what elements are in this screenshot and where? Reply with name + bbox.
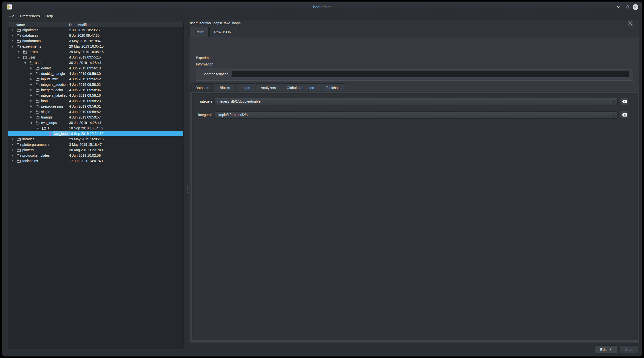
chevron-down-icon[interactable] bbox=[12, 46, 14, 48]
tree-row[interactable]: two_loops30 Jul 2019 14:28:41 bbox=[8, 120, 183, 125]
tab-toolchain[interactable]: Toolchain bbox=[321, 83, 345, 92]
close-icon[interactable] bbox=[632, 4, 638, 10]
tree-item-label: plotters bbox=[22, 147, 34, 153]
integers-combobox[interactable]: integers_db/1/double/double bbox=[214, 98, 618, 105]
tab-blocks[interactable]: Blocks bbox=[215, 83, 235, 92]
column-header-name[interactable]: Name bbox=[16, 22, 25, 27]
save-button[interactable]: Save bbox=[620, 345, 638, 353]
menu-item-preferences[interactable]: Preferences bbox=[17, 13, 42, 19]
chevron-right-icon[interactable] bbox=[12, 138, 14, 140]
chevron-right-icon[interactable] bbox=[12, 35, 14, 37]
breadcrumb: user/user/two_loops/1/two_loops bbox=[190, 20, 240, 26]
tree-row[interactable]: loop4 Jun 2019 09:58:23 bbox=[8, 98, 183, 104]
short-description-input[interactable] bbox=[232, 71, 629, 77]
tab-editor[interactable]: Editor bbox=[190, 27, 208, 37]
chevron-right-icon[interactable] bbox=[12, 149, 14, 151]
integers-clear-button[interactable] bbox=[620, 98, 628, 105]
tree-item-label: experiments bbox=[22, 44, 41, 49]
tree-item-date: 4 Jun 2019 09:56:30 bbox=[69, 71, 101, 76]
tree-item-label: algorithms bbox=[22, 27, 38, 33]
chevron-right-icon[interactable] bbox=[30, 111, 32, 113]
dataset-field-row: integers2simple/1/protocol2/set bbox=[192, 111, 638, 119]
integers2-label: integers2 bbox=[192, 113, 212, 117]
tree-row[interactable]: user4 Jun 2019 09:55:15 bbox=[8, 55, 183, 60]
tree-row[interactable]: experiments29 May 2019 16:05:15 bbox=[8, 44, 183, 49]
tree-row[interactable]: protocoltemplates4 Jun 2019 10:02:58 bbox=[8, 153, 183, 158]
float-dock-icon[interactable] bbox=[628, 21, 633, 26]
experiment-tab-bar: DatasetsBlocksLoopsAnalyzersGlobal param… bbox=[190, 83, 639, 92]
column-divider[interactable] bbox=[68, 23, 68, 27]
tree-row[interactable]: 118 Sep 2019 10:04:52 bbox=[8, 125, 183, 131]
chevron-right-icon[interactable] bbox=[30, 78, 32, 80]
tree-item-label: toolchains bbox=[22, 158, 38, 164]
chevron-right-icon[interactable] bbox=[18, 51, 20, 53]
chevron-right-icon[interactable] bbox=[12, 160, 14, 162]
tree-row[interactable]: double_triangle4 Jun 2019 09:56:30 bbox=[8, 71, 183, 76]
tab-raw-json[interactable]: Raw JSON bbox=[209, 27, 236, 37]
tree-row[interactable]: integers_labelled4 Jun 2019 09:58:16 bbox=[8, 93, 183, 98]
splitter-grip-icon bbox=[187, 184, 188, 194]
tree-row[interactable]: plotters30 Aug 2019 11:31:03 bbox=[8, 147, 183, 153]
editor-tab-content: Experiment Information Short description… bbox=[190, 37, 639, 343]
tab-datasets[interactable]: Datasets bbox=[190, 83, 214, 92]
tree-row[interactable]: triangle4 Jun 2019 09:59:57 bbox=[8, 115, 183, 120]
chevron-right-icon[interactable] bbox=[12, 40, 14, 42]
chevron-right-icon[interactable] bbox=[30, 116, 32, 118]
chevron-down-icon[interactable] bbox=[24, 62, 26, 64]
chevron-down-icon[interactable] bbox=[30, 122, 32, 124]
tree-item-date: 4 Jun 2019 09:58:06 bbox=[69, 87, 101, 93]
tree-item-label: single bbox=[41, 109, 50, 115]
edit-button[interactable]: Edit bbox=[595, 345, 617, 353]
chevron-right-icon[interactable] bbox=[30, 95, 32, 96]
chevron-down-icon[interactable] bbox=[37, 128, 39, 129]
integers2-clear-button[interactable] bbox=[620, 111, 628, 119]
tree-row[interactable]: algorithms2 Jul 2019 10:20:23 bbox=[8, 27, 183, 33]
tab-analyzers[interactable]: Analyzers bbox=[256, 83, 281, 92]
chevron-right-icon[interactable] bbox=[30, 89, 32, 91]
title-bar[interactable]: beat.editor bbox=[2, 2, 642, 12]
tree-row[interactable]: integers_echo4 Jun 2019 09:58:06 bbox=[8, 87, 183, 93]
menu-item-help[interactable]: Help bbox=[42, 13, 56, 19]
tree-row[interactable]: integers_addition4 Jun 2019 09:58:02 bbox=[8, 82, 183, 87]
tree-rows: algorithms2 Jul 2019 10:20:23databases8 … bbox=[8, 27, 183, 349]
folder-icon bbox=[23, 50, 27, 54]
tab-global-parameters[interactable]: Global parameters bbox=[282, 83, 320, 92]
maximize-icon[interactable] bbox=[624, 4, 630, 10]
menu-item-file[interactable]: File bbox=[6, 13, 17, 19]
tab-loops[interactable]: Loops bbox=[236, 83, 255, 92]
tree-row[interactable]: errors29 May 2019 16:05:15 bbox=[8, 49, 183, 55]
tree-row[interactable]: double4 Jun 2019 09:56:13 bbox=[8, 66, 183, 71]
folder-icon bbox=[36, 105, 40, 108]
chevron-down-icon[interactable] bbox=[18, 57, 20, 59]
minimize-icon[interactable] bbox=[616, 4, 622, 10]
tree-row[interactable]: preprocessing4 Jun 2019 09:58:31 bbox=[8, 104, 183, 109]
chevron-right-icon[interactable] bbox=[30, 67, 32, 69]
tree-row[interactable]: user30 Jul 2019 14:28:41 bbox=[8, 60, 183, 66]
column-header-date-modified[interactable]: Date Modified bbox=[69, 22, 90, 27]
tree-item-date: 4 Jun 2019 09:58:23 bbox=[69, 98, 101, 104]
tree-item-date: 4 Jun 2019 09:55:15 bbox=[69, 55, 101, 60]
panel-splitter[interactable] bbox=[186, 22, 188, 349]
tree-row[interactable]: single4 Jun 2019 09:58:52 bbox=[8, 109, 183, 115]
tree-row[interactable]: {}two_loops18 Sep 2019 10:04:52 bbox=[8, 131, 183, 136]
folder-icon bbox=[17, 143, 21, 146]
chevron-right-icon[interactable] bbox=[12, 144, 14, 146]
tree-row[interactable]: inputs_mix4 Jun 2019 09:56:42 bbox=[8, 76, 183, 82]
action-bar: Edit Save bbox=[595, 345, 638, 353]
tree-item-date: 8 Jul 2020 09:47:35 bbox=[69, 33, 100, 38]
tree-row[interactable]: dataformats3 May 2019 15:18:47 bbox=[8, 38, 183, 44]
tree-row[interactable]: toolchains17 Jun 2020 14:01:40 bbox=[8, 158, 183, 164]
tree-row[interactable]: databases8 Jul 2020 09:47:35 bbox=[8, 33, 183, 38]
tree-item-date: 4 Jun 2019 09:58:31 bbox=[69, 104, 101, 109]
folder-icon bbox=[42, 126, 46, 130]
chevron-right-icon[interactable] bbox=[12, 154, 14, 156]
chevron-right-icon[interactable] bbox=[30, 73, 32, 75]
chevron-right-icon[interactable] bbox=[30, 105, 32, 107]
chevron-right-icon[interactable] bbox=[30, 84, 32, 86]
tree-item-date: 4 Jun 2019 09:59:57 bbox=[69, 115, 101, 120]
chevron-right-icon[interactable] bbox=[12, 29, 14, 31]
integers2-combobox[interactable]: simple/1/protocol2/set bbox=[214, 111, 618, 119]
tree-row[interactable]: libraries29 May 2019 16:05:15 bbox=[8, 136, 183, 142]
tree-row[interactable]: plotterparameters3 May 2019 15:18:47 bbox=[8, 142, 183, 147]
chevron-right-icon[interactable] bbox=[30, 100, 32, 102]
